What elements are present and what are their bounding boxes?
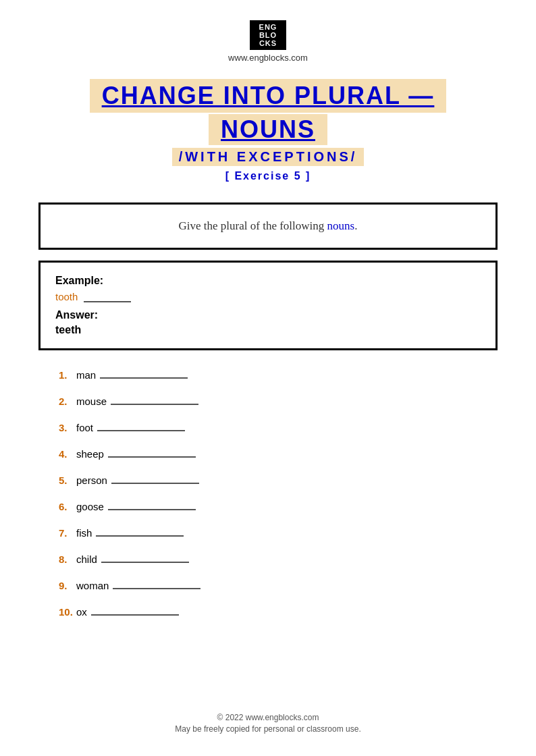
answer-label: Answer: xyxy=(55,309,481,321)
exercise-item: 4. sheep xyxy=(59,448,498,460)
title-exceptions-text: /WITH EXCEPTIONS/ xyxy=(179,149,358,164)
example-box: Example: tooth Answer: teeth xyxy=(38,261,498,350)
item-word: mouse xyxy=(76,396,107,407)
instruction-text: Give the plural of the following nouns. xyxy=(179,219,358,232)
item-number: 8. xyxy=(59,554,76,565)
item-number: 4. xyxy=(59,448,76,460)
item-word: foot xyxy=(76,422,93,433)
logo-line2: BLO xyxy=(259,31,277,39)
exercise-list: 1. man 2. mouse 3. foot 4. sheep 5. pers… xyxy=(38,369,498,632)
title-section: CHANGE INTO PLURAL — NOUNS /WITH EXCEPTI… xyxy=(38,79,498,182)
item-number: 10. xyxy=(59,606,76,618)
item-word: child xyxy=(76,554,97,565)
item-word: ox xyxy=(76,606,87,618)
footer: © 2022 www.engblocks.com May be freely c… xyxy=(175,699,360,742)
exercise-item: 1. man xyxy=(59,369,498,381)
item-word: person xyxy=(76,475,107,486)
website-url: www.engblocks.com xyxy=(228,53,308,63)
logo-area: ENG BLO CKS www.engblocks.com xyxy=(228,20,308,63)
logo-icon: ENG BLO CKS xyxy=(250,20,286,50)
title-main-text: CHANGE INTO PLURAL — xyxy=(102,82,435,109)
exercise-item: 5. person xyxy=(59,475,498,486)
title-exceptions-bg: /WITH EXCEPTIONS/ xyxy=(172,148,365,166)
title-nouns-text: NOUNS xyxy=(221,115,315,143)
item-number: 7. xyxy=(59,527,76,539)
title-nouns-bg: NOUNS xyxy=(209,114,327,145)
exercise-item: 7. fish xyxy=(59,527,498,539)
exercise-item: 2. mouse xyxy=(59,396,498,407)
exercise-item: 8. child xyxy=(59,554,498,565)
item-word: man xyxy=(76,369,96,381)
example-word: tooth xyxy=(55,291,481,302)
instruction-nouns: nouns xyxy=(327,219,355,232)
item-word: woman xyxy=(76,580,109,591)
example-label: Example: xyxy=(55,275,481,287)
item-blank-line xyxy=(100,377,188,379)
instruction-before: Give the plural of the following xyxy=(179,219,327,232)
item-number: 5. xyxy=(59,475,76,486)
item-word: fish xyxy=(76,527,92,539)
footer-copyright: © 2022 www.engblocks.com xyxy=(175,713,360,722)
answer-word: teeth xyxy=(55,324,481,336)
exercise-item: 9. woman xyxy=(59,580,498,591)
item-blank-line xyxy=(91,614,179,616)
item-blank-line xyxy=(108,456,196,458)
item-blank-line xyxy=(111,483,199,484)
instruction-after: . xyxy=(354,219,357,232)
item-blank-line xyxy=(96,535,184,537)
item-number: 1. xyxy=(59,369,76,381)
title-main-bg: CHANGE INTO PLURAL — xyxy=(90,79,447,113)
item-blank-line xyxy=(111,404,198,405)
logo-line3: CKS xyxy=(259,39,277,47)
item-number: 6. xyxy=(59,501,76,512)
item-word: sheep xyxy=(76,448,104,460)
exercise-item: 10. ox xyxy=(59,606,498,618)
item-blank-line xyxy=(97,430,185,431)
item-blank-line xyxy=(108,509,196,510)
title-row: CHANGE INTO PLURAL — NOUNS /WITH EXCEPTI… xyxy=(38,79,498,182)
item-number: 2. xyxy=(59,396,76,407)
logo-line1: ENG xyxy=(259,23,277,31)
exercise-label: [ Exercise 5 ] xyxy=(225,170,311,182)
item-blank-line xyxy=(101,562,189,563)
item-number: 9. xyxy=(59,580,76,591)
item-number: 3. xyxy=(59,422,76,433)
item-word: goose xyxy=(76,501,104,512)
example-blank-line xyxy=(84,301,131,302)
exercise-item: 3. foot xyxy=(59,422,498,433)
footer-license: May be freely copied for personal or cla… xyxy=(175,724,360,734)
exercise-item: 6. goose xyxy=(59,501,498,512)
instruction-box: Give the plural of the following nouns. xyxy=(38,202,498,250)
item-blank-line xyxy=(113,588,200,589)
